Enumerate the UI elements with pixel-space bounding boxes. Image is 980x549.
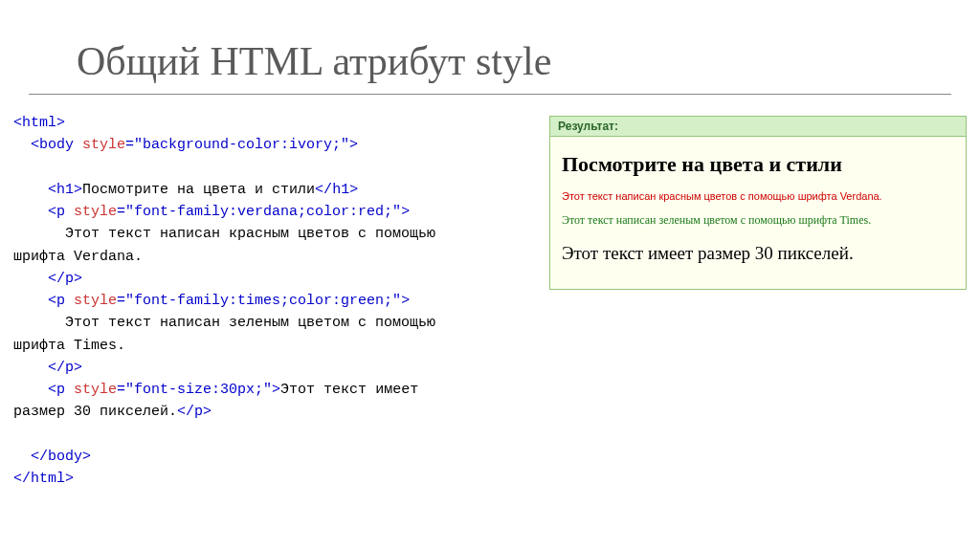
result-paragraph-large: Этот текст имеет размер 30 пикселей. bbox=[562, 243, 954, 264]
code-str: ="font-size:30px;" bbox=[117, 382, 272, 398]
code-attr: style bbox=[74, 137, 125, 153]
code-token: </p> bbox=[48, 360, 82, 376]
result-paragraph-green: Этот текст написан зеленым цветом с помо… bbox=[562, 213, 954, 228]
code-text: Этот текст написан зеленым цветом с помо… bbox=[13, 315, 435, 331]
code-attr: style bbox=[65, 382, 117, 398]
code-token: </body> bbox=[31, 449, 91, 465]
code-token: <body bbox=[31, 137, 74, 153]
content-row: <html> <body style="background-color:ivo… bbox=[0, 112, 980, 490]
code-str: ="font-family:verdana;color:red;" bbox=[117, 204, 401, 220]
result-label: Результат: bbox=[549, 116, 967, 137]
code-text: шрифта Verdana. bbox=[13, 249, 143, 265]
code-token: <p bbox=[48, 382, 65, 398]
result-body: Посмотрите на цвета и стили Этот текст н… bbox=[549, 137, 967, 290]
slide: Общий HTML атрибут style <html> <body st… bbox=[0, 38, 980, 549]
code-example: <html> <body style="background-color:ivo… bbox=[13, 112, 530, 490]
code-text: размер 30 пикселей. bbox=[13, 404, 177, 420]
result-panel: Результат: Посмотрите на цвета и стили Э… bbox=[549, 116, 967, 290]
code-attr: style bbox=[65, 204, 117, 220]
code-attr: style bbox=[65, 293, 117, 309]
result-paragraph-red: Этот текст написан красным цветов с помо… bbox=[562, 190, 954, 202]
code-token: </p> bbox=[48, 271, 82, 287]
code-token: <p bbox=[48, 204, 65, 220]
code-text: Этот текст имеет bbox=[280, 382, 418, 398]
code-token: </html> bbox=[13, 471, 74, 487]
code-token: </h1> bbox=[315, 182, 358, 198]
code-text: Посмотрите на цвета и стили bbox=[82, 182, 315, 198]
code-token: <h1> bbox=[48, 182, 82, 198]
code-str: ="background-color:ivory;" bbox=[125, 137, 349, 153]
code-token: <p bbox=[48, 293, 65, 309]
code-str: ="font-family:times;color:green;" bbox=[117, 293, 401, 309]
code-text: шрифта Times. bbox=[13, 338, 125, 354]
title-divider bbox=[29, 94, 951, 95]
result-heading: Посмотрите на цвета и стили bbox=[562, 152, 954, 177]
code-text: Этот текст написан красным цветов с помо… bbox=[13, 226, 435, 242]
code-token: </p> bbox=[177, 404, 212, 420]
code-token: <html> bbox=[13, 115, 65, 131]
slide-title: Общий HTML атрибут style bbox=[77, 38, 980, 84]
